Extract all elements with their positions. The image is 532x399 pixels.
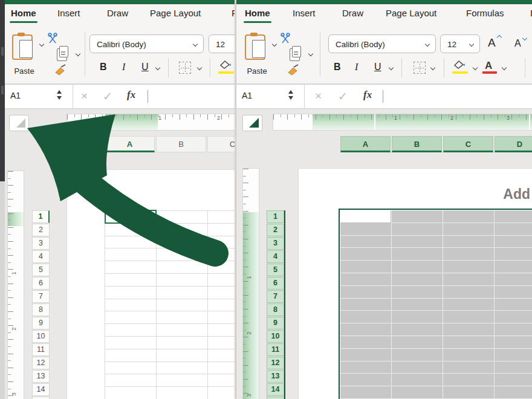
borders-icon[interactable] bbox=[414, 62, 426, 74]
insert-function-icon[interactable]: fx bbox=[363, 89, 372, 101]
font-name-combo[interactable]: Calibri (Body) bbox=[89, 34, 204, 53]
row-header[interactable]: 9 bbox=[267, 317, 284, 329]
row-header[interactable]: 4 bbox=[32, 250, 50, 263]
tab-insert[interactable]: Insert bbox=[293, 8, 316, 18]
tab-draw[interactable]: Draw bbox=[107, 8, 128, 18]
row-header[interactable]: 4 bbox=[267, 250, 284, 263]
horizontal-ruler[interactable]: 1 2 3 bbox=[273, 114, 532, 131]
name-box-stepper[interactable] bbox=[288, 90, 293, 100]
font-name-chevron-icon[interactable] bbox=[193, 42, 198, 47]
tab-home[interactable]: Home bbox=[245, 8, 270, 18]
fill-color-icon[interactable] bbox=[219, 59, 235, 69]
row-header[interactable]: 3 bbox=[32, 237, 50, 250]
tab-formulas[interactable]: Formulas bbox=[466, 8, 504, 18]
row-header[interactable]: 8 bbox=[32, 303, 50, 316]
enter-icon[interactable]: ✓ bbox=[338, 89, 348, 103]
name-box-stepper[interactable] bbox=[57, 90, 62, 100]
row-header[interactable]: 2 bbox=[32, 224, 50, 236]
row-header[interactable]: 1 bbox=[32, 210, 50, 223]
paste-dropdown-chevron-icon[interactable] bbox=[273, 42, 277, 47]
font-color-bar[interactable] bbox=[482, 71, 497, 74]
paste-dropdown-chevron-icon[interactable] bbox=[40, 42, 44, 47]
horizontal-ruler[interactable]: 1 2 bbox=[66, 114, 235, 131]
tab-insert[interactable]: Insert bbox=[57, 8, 80, 18]
paste-label[interactable]: Paste bbox=[241, 66, 273, 76]
row-header[interactable]: 11 bbox=[267, 343, 284, 356]
cut-icon[interactable] bbox=[280, 33, 292, 45]
row-header[interactable]: 2 bbox=[267, 224, 284, 236]
row-header[interactable]: 13 bbox=[267, 370, 284, 383]
stepper-up-icon[interactable] bbox=[57, 90, 62, 94]
row-header[interactable]: 14 bbox=[267, 383, 284, 396]
font-color-chevron-icon[interactable] bbox=[502, 66, 507, 70]
font-color-button[interactable]: A bbox=[485, 60, 492, 72]
fill-color-bar[interactable] bbox=[218, 71, 234, 74]
copy-dropdown-chevron-icon[interactable] bbox=[76, 52, 80, 56]
column-header[interactable]: C bbox=[443, 136, 493, 152]
row-header[interactable]: 14 bbox=[32, 383, 50, 396]
format-painter-icon[interactable] bbox=[286, 64, 300, 77]
borders-icon[interactable] bbox=[179, 62, 191, 74]
stepper-down-icon[interactable] bbox=[57, 96, 62, 100]
column-header[interactable]: B bbox=[156, 136, 206, 152]
column-header[interactable]: D bbox=[495, 136, 532, 152]
font-name-combo[interactable]: Calibri (Body) bbox=[328, 34, 436, 53]
italic-button[interactable]: I bbox=[122, 62, 125, 73]
row-header[interactable]: 9 bbox=[32, 317, 50, 329]
font-name-chevron-icon[interactable] bbox=[426, 42, 430, 47]
borders-chevron-icon[interactable] bbox=[198, 66, 202, 70]
row-header[interactable]: 12 bbox=[267, 357, 284, 369]
cell-grid[interactable] bbox=[105, 210, 235, 399]
column-header[interactable]: C bbox=[207, 136, 235, 152]
underline-button[interactable]: U bbox=[141, 62, 149, 73]
bold-button[interactable]: B bbox=[100, 62, 107, 73]
tab-page-layout[interactable]: Page Layout bbox=[386, 8, 436, 18]
tab-formulas-partial[interactable]: F bbox=[232, 8, 235, 18]
tab-draw[interactable]: Draw bbox=[342, 8, 363, 18]
fill-color-bar[interactable] bbox=[452, 71, 468, 74]
copy-icon[interactable] bbox=[290, 48, 300, 61]
column-header[interactable]: B bbox=[392, 136, 442, 152]
enter-icon[interactable]: ✓ bbox=[103, 89, 112, 103]
stepper-down-icon[interactable] bbox=[288, 96, 293, 100]
cancel-icon[interactable]: × bbox=[315, 89, 322, 103]
row-header[interactable]: 10 bbox=[32, 330, 50, 343]
name-box[interactable]: A1 bbox=[236, 85, 305, 108]
tab-page-layout[interactable]: Page Layout bbox=[150, 8, 201, 18]
row-header[interactable]: 1 bbox=[267, 210, 284, 223]
paste-icon[interactable] bbox=[12, 34, 33, 60]
cut-icon[interactable] bbox=[47, 33, 59, 45]
underline-chevron-icon[interactable] bbox=[156, 66, 160, 70]
font-size-combo[interactable]: 12 bbox=[209, 34, 235, 53]
select-all-button[interactable] bbox=[242, 115, 262, 131]
row-header[interactable]: 10 bbox=[267, 330, 284, 343]
row-header[interactable]: 12 bbox=[32, 357, 50, 369]
tab-home[interactable]: Home bbox=[11, 8, 36, 18]
column-header[interactable]: A bbox=[105, 136, 155, 152]
fill-color-chevron-icon[interactable] bbox=[473, 66, 478, 70]
font-size-combo[interactable]: 12 bbox=[440, 34, 480, 53]
row-header[interactable]: 15 bbox=[32, 397, 50, 399]
row-header[interactable]: 13 bbox=[32, 370, 50, 383]
column-header[interactable]: A bbox=[340, 136, 391, 152]
italic-button[interactable]: I bbox=[355, 62, 358, 73]
row-header[interactable]: 15 bbox=[267, 397, 284, 399]
selected-cell-grid[interactable] bbox=[340, 210, 532, 399]
row-header[interactable]: 5 bbox=[32, 264, 50, 276]
underline-chevron-icon[interactable] bbox=[389, 66, 394, 70]
stepper-up-icon[interactable] bbox=[288, 90, 293, 94]
row-header[interactable]: 3 bbox=[267, 237, 284, 250]
vertical-ruler[interactable]: 1 2 3 bbox=[242, 168, 259, 399]
row-header[interactable]: 11 bbox=[32, 343, 50, 356]
row-header[interactable]: 7 bbox=[267, 290, 284, 303]
copy-dropdown-chevron-icon[interactable] bbox=[309, 52, 313, 56]
borders-chevron-icon[interactable] bbox=[431, 66, 435, 70]
row-header[interactable]: 8 bbox=[267, 303, 284, 316]
underline-button[interactable]: U bbox=[374, 62, 381, 73]
vertical-ruler[interactable]: 1 2 3 bbox=[7, 170, 24, 399]
shrink-font-button[interactable]: A bbox=[514, 38, 521, 49]
row-header[interactable]: 6 bbox=[32, 277, 50, 290]
grow-font-button[interactable]: A bbox=[488, 36, 496, 50]
font-size-chevron-icon[interactable] bbox=[470, 42, 474, 47]
row-header[interactable]: 6 bbox=[267, 277, 284, 290]
